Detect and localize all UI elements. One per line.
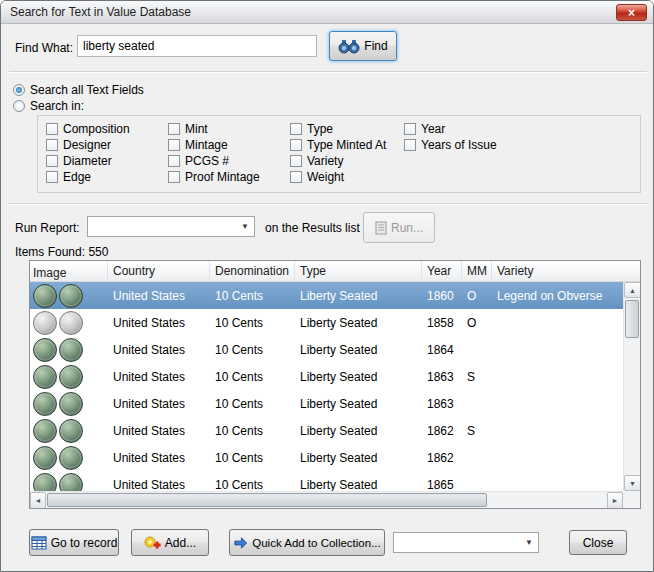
- row-country: United States: [108, 316, 210, 330]
- report-select[interactable]: ▼: [87, 216, 255, 237]
- titlebar[interactable]: Search for Text in Value Database: [1, 1, 653, 24]
- table-row[interactable]: United States 10 Cents Liberty Seated 18…: [30, 417, 623, 444]
- vertical-scrollbar[interactable]: ▲ ▼: [623, 282, 640, 491]
- scroll-left-icon[interactable]: ◄: [30, 492, 46, 509]
- row-country: United States: [108, 478, 210, 492]
- coin-obverse-image: [33, 473, 57, 492]
- checkbox-box: [168, 139, 180, 151]
- checkbox-designer[interactable]: Designer: [46, 138, 111, 152]
- radio-search-all-fields[interactable]: Search all Text Fields: [13, 83, 144, 97]
- table-row[interactable]: United States 10 Cents Liberty Seated 18…: [30, 282, 623, 309]
- table-row[interactable]: United States 10 Cents Liberty Seated 18…: [30, 336, 623, 363]
- checkbox-type-minted-at[interactable]: Type Minted At: [290, 138, 386, 152]
- close-button[interactable]: ×: [616, 4, 647, 21]
- row-image-cell: [30, 365, 108, 389]
- chevron-down-icon: ▼: [525, 537, 533, 546]
- go-to-record-button[interactable]: Go to record: [29, 529, 119, 556]
- table-row[interactable]: United States 10 Cents Liberty Seated 18…: [30, 471, 623, 491]
- table-row[interactable]: United States 10 Cents Liberty Seated 18…: [30, 363, 623, 390]
- close-dialog-button[interactable]: Close: [569, 530, 627, 555]
- binoculars-icon: [338, 38, 360, 54]
- column-header-country[interactable]: Country: [108, 261, 210, 281]
- checkbox-label: Variety: [307, 154, 343, 168]
- coin-obverse-image: [33, 419, 57, 443]
- checkbox-years-of-issue[interactable]: Years of Issue: [404, 138, 497, 152]
- checkbox-box: [46, 139, 58, 151]
- column-header-image[interactable]: Image: [30, 261, 108, 281]
- coin-reverse-image: [59, 311, 83, 335]
- checkbox-pcgs[interactable]: PCGS #: [168, 154, 229, 168]
- checkbox-variety[interactable]: Variety: [290, 154, 343, 168]
- checkbox-edge[interactable]: Edge: [46, 170, 91, 184]
- coin-obverse-image: [33, 392, 57, 416]
- checkbox-label: Edge: [63, 170, 91, 184]
- checkbox-box: [290, 139, 302, 151]
- items-found-label: Items Found:: [15, 245, 85, 259]
- row-image-cell: [30, 392, 108, 416]
- run-report-label: Run Report:: [15, 221, 80, 235]
- add-button[interactable]: Add...: [131, 529, 209, 556]
- find-button[interactable]: Find: [329, 31, 397, 61]
- footer-select[interactable]: ▼: [393, 532, 539, 553]
- scrollbar-corner: [623, 491, 640, 508]
- checkbox-type[interactable]: Type: [290, 122, 333, 136]
- table-row[interactable]: United States 10 Cents Liberty Seated 18…: [30, 444, 623, 471]
- table-header: Image Country Denomination Type Year MM …: [30, 261, 640, 282]
- table-row[interactable]: United States 10 Cents Liberty Seated 18…: [30, 309, 623, 336]
- items-found: Items Found: 550: [15, 245, 108, 259]
- column-header-variety[interactable]: Variety: [492, 261, 640, 281]
- scroll-down-icon[interactable]: ▼: [624, 475, 641, 491]
- radio-search-in[interactable]: Search in:: [13, 99, 84, 113]
- column-header-type[interactable]: Type: [295, 261, 422, 281]
- row-image-cell: [30, 311, 108, 335]
- coin-obverse-image: [33, 311, 57, 335]
- checkbox-mint[interactable]: Mint: [168, 122, 208, 136]
- row-year: 1864: [422, 343, 462, 357]
- scroll-right-icon[interactable]: ►: [607, 492, 623, 509]
- row-type: Liberty Seated: [295, 316, 422, 330]
- scroll-up-icon[interactable]: ▲: [624, 282, 641, 298]
- row-type: Liberty Seated: [295, 424, 422, 438]
- dialog-window: Search for Text in Value Database × Find…: [0, 0, 654, 572]
- on-results-label: on the Results list: [265, 221, 360, 235]
- checkbox-box: [404, 139, 416, 151]
- checkbox-label: Years of Issue: [421, 138, 497, 152]
- row-type: Liberty Seated: [295, 370, 422, 384]
- coin-obverse-image: [33, 338, 57, 362]
- checkbox-weight[interactable]: Weight: [290, 170, 344, 184]
- checkbox-diameter[interactable]: Diameter: [46, 154, 112, 168]
- checkbox-year[interactable]: Year: [404, 122, 445, 136]
- column-header-denomination[interactable]: Denomination: [210, 261, 295, 281]
- checkbox-mintage[interactable]: Mintage: [168, 138, 228, 152]
- row-image-cell: [30, 473, 108, 492]
- coin-obverse-image: [33, 284, 57, 308]
- column-header-mm[interactable]: MM: [462, 261, 492, 281]
- quick-add-button[interactable]: Quick Add to Collection...: [229, 529, 385, 556]
- checkbox-box: [290, 155, 302, 167]
- column-header-year[interactable]: Year: [422, 261, 462, 281]
- checkbox-label: Year: [421, 122, 445, 136]
- vertical-scroll-thumb[interactable]: [625, 300, 639, 338]
- checkbox-box: [46, 123, 58, 135]
- row-year: 1863: [422, 397, 462, 411]
- checkbox-composition[interactable]: Composition: [46, 122, 130, 136]
- report-icon: [375, 221, 387, 235]
- chevron-down-icon: ▼: [241, 221, 249, 230]
- record-grid-icon: [31, 536, 47, 550]
- row-year: 1862: [422, 424, 462, 438]
- horizontal-scrollbar[interactable]: ◄ ►: [30, 491, 623, 508]
- checkbox-proof-mintage[interactable]: Proof Mintage: [168, 170, 260, 184]
- coin-reverse-image: [59, 338, 83, 362]
- close-dialog-label: Close: [583, 536, 614, 550]
- go-to-record-label: Go to record: [51, 536, 118, 550]
- row-mm: S: [462, 424, 492, 438]
- add-plus-icon: [144, 535, 161, 551]
- checkbox-label: Mint: [185, 122, 208, 136]
- run-button[interactable]: Run...: [363, 212, 435, 243]
- table-row[interactable]: United States 10 Cents Liberty Seated 18…: [30, 390, 623, 417]
- row-mm: O: [462, 289, 492, 303]
- checkbox-box: [290, 123, 302, 135]
- horizontal-scroll-thumb[interactable]: [47, 493, 487, 507]
- find-input[interactable]: [77, 35, 317, 57]
- checkbox-label: Weight: [307, 170, 344, 184]
